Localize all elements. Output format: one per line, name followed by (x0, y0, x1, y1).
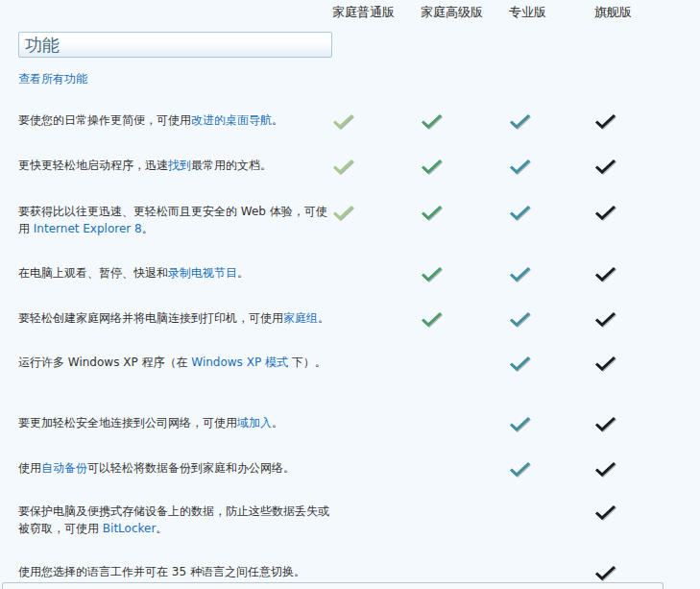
feature-link[interactable]: Windows XP 模式 (191, 356, 288, 369)
view-all-features-link[interactable]: 查看所有功能 (18, 71, 87, 87)
check-icon (332, 159, 399, 176)
check-icon (421, 266, 488, 283)
next-section-top-edge (2, 582, 664, 589)
feature-description: 要保护电脑及便携式存储设备上的数据，防止这些数据丢失或被窃取，可使用 BitLo… (18, 503, 337, 537)
check-icon (421, 159, 488, 176)
check-icon (594, 311, 662, 329)
check-icon (594, 461, 662, 479)
feature-link[interactable]: 域加入 (237, 416, 272, 429)
check-icon (509, 311, 576, 329)
features-section-box: 功能 (18, 32, 332, 58)
check-cell-empty (332, 266, 399, 283)
check-icon (594, 504, 662, 522)
feature-text: 。 (156, 522, 167, 535)
check-cell-empty (332, 504, 399, 522)
feature-link[interactable]: 录制电视节目 (168, 266, 237, 280)
feature-description: 更快更轻松地启动程序，迅速找到最常用的文档。 (18, 157, 337, 174)
check-cell-empty (332, 311, 399, 329)
windows7-edition-comparison: 家庭普通版家庭高级版专业版旗舰版 功能 查看所有功能 要使您的日常操作更简便，可… (0, 0, 700, 589)
feature-link[interactable]: 找到 (168, 159, 191, 172)
feature-text: 。 (237, 266, 249, 280)
feature-description: 要获得比以往更迅速、更轻松而且更安全的 Web 体验，可使用 Internet … (18, 203, 337, 237)
feature-description: 要轻松创建家庭网络并将电脑连接到打印机，可使用家庭组。 (18, 309, 337, 327)
feature-text: 要更加轻松安全地连接到公司网络，可使用 (18, 416, 237, 429)
feature-text: 下）。 (288, 356, 326, 369)
feature-text: 。 (318, 311, 329, 325)
column-header: 家庭高级版 (421, 4, 483, 21)
feature-text: 。 (272, 113, 283, 127)
check-icon (509, 266, 576, 283)
check-icon (421, 205, 488, 222)
check-cell-empty (332, 461, 399, 479)
feature-text: 要保护电脑及便携式存储设备上的数据，防止这些数据丢失或被窃取，可使用 (18, 504, 329, 535)
check-cell-empty (332, 416, 399, 433)
check-icon (421, 113, 488, 131)
check-icon (332, 113, 399, 131)
column-header: 家庭普通版 (332, 4, 395, 21)
feature-text: 使用您选择的语言工作并可在 35 种语言之间任意切换。 (18, 565, 305, 578)
check-icon (594, 205, 662, 222)
feature-text: 使用 (18, 461, 41, 475)
feature-text: 更快更轻松地启动程序，迅速 (18, 159, 168, 172)
feature-link[interactable]: 改进的桌面导航 (191, 113, 272, 127)
column-header: 旗舰版 (594, 4, 632, 21)
feature-description: 要使您的日常操作更简便，可使用改进的桌面导航。 (18, 111, 337, 129)
feature-text: 可以轻松将数据备份到家庭和办公网络。 (87, 461, 295, 475)
check-icon (509, 461, 576, 479)
feature-description: 使用您选择的语言工作并可在 35 种语言之间任意切换。 (18, 563, 337, 580)
check-cell-empty (332, 565, 399, 582)
feature-text: 最常用的文档。 (191, 159, 272, 172)
check-icon (509, 113, 576, 131)
feature-description: 使用自动备份可以轻松将数据备份到家庭和办公网络。 (18, 459, 337, 477)
check-icon (594, 113, 662, 131)
feature-link[interactable]: 自动备份 (41, 461, 87, 475)
feature-description: 运行许多 Windows XP 程序（在 Windows XP 模式 下）。 (18, 354, 337, 371)
check-cell-empty (421, 461, 488, 479)
check-icon (509, 416, 576, 433)
check-icon (594, 565, 662, 582)
check-cell-empty (332, 356, 399, 373)
column-header: 专业版 (509, 4, 546, 21)
check-icon (594, 266, 662, 283)
check-icon (509, 356, 576, 373)
check-cell-empty (421, 565, 488, 582)
check-icon (594, 416, 662, 433)
check-cell-empty (421, 504, 488, 522)
feature-text: 运行许多 Windows XP 程序（在 (18, 356, 191, 369)
feature-link[interactable]: Internet Explorer 8 (34, 222, 142, 235)
feature-text: 要使您的日常操作更简便，可使用 (18, 113, 191, 127)
check-icon (509, 159, 576, 176)
feature-text: 在电脑上观看、暂停、快退和 (18, 266, 168, 280)
feature-description: 在电脑上观看、暂停、快退和录制电视节目。 (18, 264, 337, 282)
check-icon (421, 311, 488, 329)
feature-link[interactable]: BitLocker (103, 522, 157, 535)
feature-link[interactable]: 家庭组 (283, 311, 318, 325)
feature-description: 要更加轻松安全地连接到公司网络，可使用域加入。 (18, 414, 337, 431)
feature-text: 。 (142, 222, 154, 235)
feature-text: 要轻松创建家庭网络并将电脑连接到打印机，可使用 (18, 311, 283, 325)
check-icon (594, 356, 662, 373)
check-icon (509, 205, 576, 222)
check-cell-empty (421, 416, 488, 433)
check-cell-empty (509, 504, 576, 522)
section-title: 功能 (25, 34, 60, 57)
feature-text: 。 (272, 416, 283, 429)
check-icon (594, 159, 662, 176)
check-cell-empty (421, 356, 488, 373)
check-icon (332, 205, 399, 222)
check-cell-empty (509, 565, 576, 582)
